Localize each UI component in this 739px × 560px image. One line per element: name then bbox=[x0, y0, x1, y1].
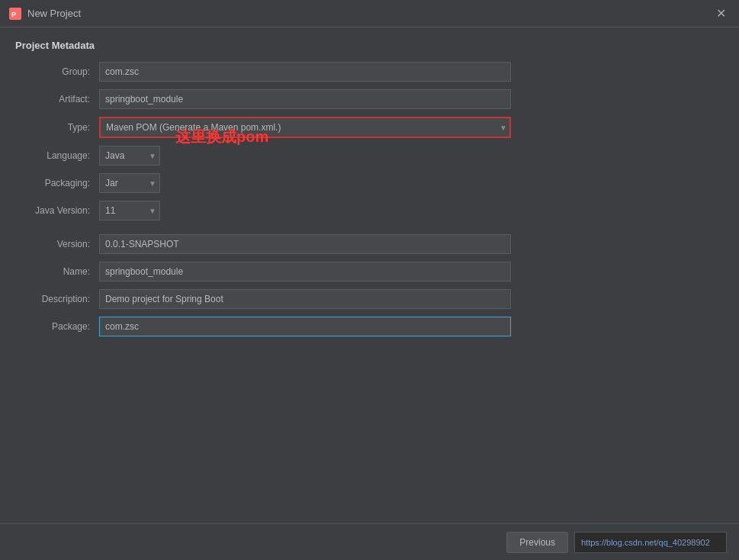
artifact-label-text: Artifact: bbox=[59, 94, 90, 105]
package-row: Package: bbox=[15, 317, 724, 336]
package-label: Package: bbox=[15, 321, 99, 332]
packaging-select-wrapper: Jar War ▼ bbox=[99, 173, 160, 193]
svg-text:P: P bbox=[11, 11, 16, 18]
app-icon: P bbox=[9, 8, 21, 20]
language-label: Language: bbox=[15, 150, 99, 161]
type-label: Type: bbox=[15, 122, 99, 133]
group-label-text: Group: bbox=[62, 66, 90, 77]
group-row: Group: bbox=[15, 62, 724, 82]
type-select-wrapper: Maven POM (Generate a Maven pom.xml.) Ma… bbox=[99, 117, 511, 138]
description-label-text: Description: bbox=[42, 294, 90, 304]
url-bar: https://blog.csdn.net/qq_40298902 bbox=[574, 532, 727, 553]
type-label-text: Type: bbox=[68, 122, 90, 133]
packaging-label-text: Packaging: bbox=[45, 178, 90, 188]
language-label-text: Language: bbox=[47, 150, 90, 161]
artifact-row: Artifact: bbox=[15, 89, 724, 109]
language-select[interactable]: Java Kotlin Groovy bbox=[99, 146, 160, 166]
section-title: Project Metadata bbox=[15, 40, 724, 51]
dialog-content: Project Metadata Group: Artifact: Type: … bbox=[0, 27, 739, 523]
version-label-text: Version: bbox=[57, 239, 90, 249]
java-version-row: Java Version: 8 11 17 ▼ bbox=[15, 201, 724, 220]
url-text: https://blog.csdn.net/qq_40298902 bbox=[581, 538, 710, 547]
language-select-wrapper: Java Kotlin Groovy ▼ bbox=[99, 146, 160, 166]
dialog-title: New Project bbox=[27, 8, 712, 19]
description-label: Description: bbox=[15, 294, 99, 304]
name-label-text: Name: bbox=[63, 266, 90, 277]
title-bar: P New Project ✕ bbox=[0, 0, 739, 27]
package-input[interactable] bbox=[99, 317, 511, 336]
artifact-label: Artifact: bbox=[15, 94, 99, 105]
language-row: Language: Java Kotlin Groovy ▼ bbox=[15, 146, 724, 166]
artifact-input[interactable] bbox=[99, 89, 511, 109]
name-label: Name: bbox=[15, 266, 99, 277]
packaging-select[interactable]: Jar War bbox=[99, 173, 160, 193]
name-row: Name: bbox=[15, 262, 724, 282]
version-label: Version: bbox=[15, 239, 99, 249]
dialog-footer: Previous https://blog.csdn.net/qq_402989… bbox=[0, 523, 739, 560]
package-label-text: Package: bbox=[52, 321, 90, 332]
name-input[interactable] bbox=[99, 262, 511, 282]
close-button[interactable]: ✕ bbox=[712, 5, 730, 23]
type-row: Type: Maven POM (Generate a Maven pom.xm… bbox=[15, 117, 724, 138]
java-version-label-text: Java Version: bbox=[35, 205, 90, 216]
java-version-select-wrapper: 8 11 17 ▼ bbox=[99, 201, 160, 220]
description-input[interactable] bbox=[99, 289, 511, 309]
version-input[interactable] bbox=[99, 234, 511, 254]
java-version-select[interactable]: 8 11 17 bbox=[99, 201, 160, 220]
description-row: Description: bbox=[15, 289, 724, 309]
packaging-label: Packaging: bbox=[15, 178, 99, 188]
group-input[interactable] bbox=[99, 62, 511, 82]
dialog-window: P New Project ✕ Project Metadata Group: … bbox=[0, 0, 739, 560]
previous-button[interactable]: Previous bbox=[506, 532, 568, 553]
version-row: Version: bbox=[15, 234, 724, 254]
group-label: Group: bbox=[15, 66, 99, 77]
java-version-label: Java Version: bbox=[15, 205, 99, 216]
type-select[interactable]: Maven POM (Generate a Maven pom.xml.) Ma… bbox=[99, 117, 511, 138]
packaging-row: Packaging: Jar War ▼ bbox=[15, 173, 724, 193]
